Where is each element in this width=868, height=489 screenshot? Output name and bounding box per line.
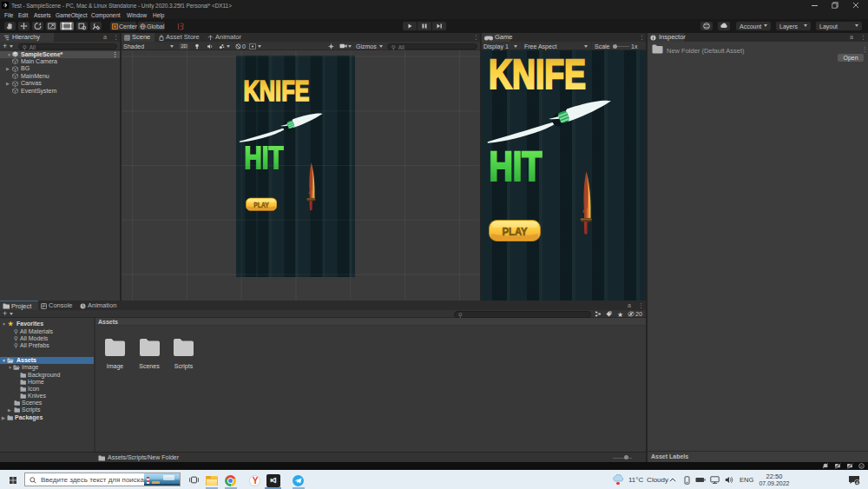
svg-text:HIT: HIT bbox=[490, 150, 542, 182]
svg-text:HIT: HIT bbox=[244, 146, 283, 170]
svg-text:KNIFE: KNIFE bbox=[489, 58, 586, 89]
svg-text:KNIFE: KNIFE bbox=[244, 78, 310, 102]
